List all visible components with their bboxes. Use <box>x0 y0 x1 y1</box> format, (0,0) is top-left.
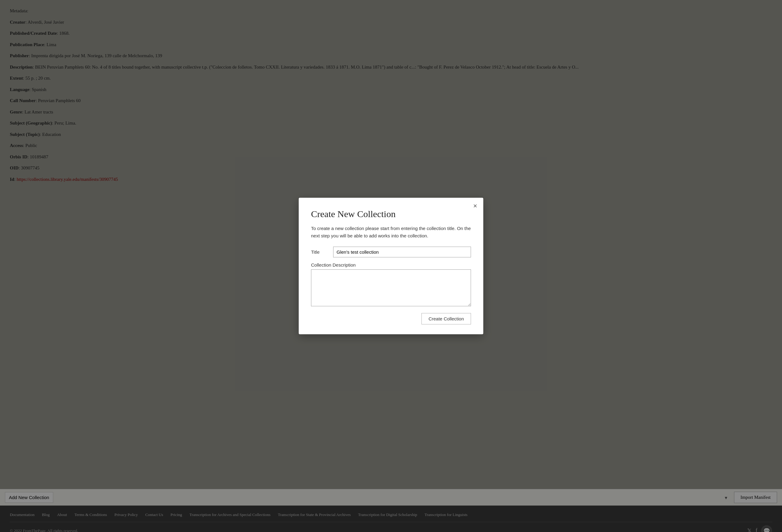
collection-description-textarea[interactable] <box>311 269 471 306</box>
modal-close-button[interactable]: × <box>473 203 477 210</box>
create-collection-modal: × Create New Collection To create a new … <box>299 198 483 334</box>
modal-overlay: × Create New Collection To create a new … <box>0 0 782 532</box>
description-form-group: Collection Description <box>311 262 471 307</box>
collection-description-label: Collection Description <box>311 262 471 268</box>
title-label: Title <box>311 250 329 255</box>
create-collection-button[interactable]: Create Collection <box>422 313 471 325</box>
modal-title: Create New Collection <box>311 209 471 219</box>
modal-footer: Create Collection <box>311 313 471 325</box>
modal-description: To create a new collection please start … <box>311 225 471 239</box>
collection-title-input[interactable] <box>333 246 471 257</box>
title-form-row: Title <box>311 246 471 257</box>
